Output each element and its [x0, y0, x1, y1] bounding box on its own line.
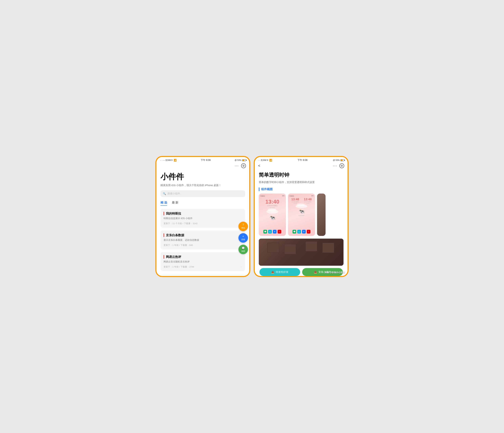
date-right-mock: 10月25日 星期日 — [302, 201, 314, 203]
status-left-right: ····· 无SIM卡 📶 — [258, 159, 272, 162]
record-btn-left[interactable] — [241, 163, 246, 168]
mock-wechat-2: 💬 — [293, 230, 296, 234]
box-shape-1 — [267, 243, 279, 253]
screenshot-3 — [317, 194, 325, 236]
battery-icon-right — [341, 159, 344, 161]
mock-status-2: 中国移动64% — [289, 195, 314, 197]
widget-card-1[interactable]: 京东白条数据 显示京东白条额度、还款信息数据 更新于：1 年前 / 下载量：64… — [161, 230, 245, 249]
watermark: 头条 @职场办公技能 — [324, 271, 345, 274]
wifi-icon-right: 📶 — [269, 159, 272, 161]
section-accent — [259, 187, 260, 191]
tab-featured[interactable]: 精 选 — [161, 201, 167, 206]
mock-wood-bg — [317, 194, 325, 236]
mock-screen-1: 中国移动69% 13:40 10月25日 星期日 Scriptable 🐄 — [259, 194, 286, 236]
cow-emoji-2: 🐄 — [299, 209, 305, 214]
float-btn-help-label: 帮助 — [241, 227, 245, 229]
back-arrow[interactable]: < — [258, 164, 260, 168]
mock-screen-2: 中国移动64% 13:48 10月25日 星期日 Scriptable 13:4… — [288, 194, 315, 236]
screenshot-2: 中国移动64% 13:48 10月25日 星期日 Scriptable 13:4… — [288, 194, 315, 236]
float-btns-group: ? 帮助 + 投稿 💬 加群 — [238, 222, 248, 254]
chat-icon: 💬 — [242, 246, 245, 250]
left-content: 小件件 精美实用 iOS 小组件，强大个性化你的 iPhone 桌面！ 🔍 搜索… — [156, 170, 249, 274]
record-inner-right — [341, 165, 343, 167]
battery-pct-right: @ 53% — [333, 159, 340, 161]
nav-bar-right: < ··· — [255, 163, 348, 170]
outer-wrapper: ····· ·····无SIM卡 📶 下午 6:06 @ 53% ··· 小件件… — [150, 151, 354, 282]
mock-time-1: 13:40 — [265, 199, 279, 204]
card-title-2: 网易云热评 — [166, 255, 181, 259]
share-icon: 📤 — [271, 271, 274, 274]
app-subtitle: 精美实用 iOS 小组件，强大个性化你的 iPhone 桌面！ — [161, 184, 245, 187]
tabs-row: 精 选 最 新 — [161, 201, 245, 206]
detail-title: 简单透明时钟 — [259, 172, 343, 178]
status-right-right: @ 53% — [333, 159, 344, 161]
record-inner-left — [243, 165, 244, 167]
float-btn-submit[interactable]: + 投稿 — [238, 233, 248, 243]
mock-apps-row-2: 💬 Q ✈ T — [293, 230, 310, 234]
section-title-screenshots: 组件截图 — [261, 187, 273, 191]
card-meta-text-2: 更新于：1 年前 / 下载量：2744 — [163, 265, 194, 268]
scriptable-brand-2: Scriptable — [298, 215, 305, 216]
mock-app2-1: Q — [268, 230, 272, 234]
card-accent-1 — [163, 233, 164, 237]
time-left-mock: 13:48 — [289, 198, 301, 201]
battery-icon-left — [242, 159, 246, 161]
card-accent-0 — [163, 212, 164, 215]
search-placeholder: 搜索小组件.. — [167, 192, 181, 195]
signal-dots-right: ····· — [258, 159, 260, 161]
share-btn-label: 转发给好友 — [276, 270, 288, 274]
mock-apps-row-1: 💬 Q ✈ T — [263, 230, 281, 234]
time-right-mock: 13:48 — [302, 198, 314, 201]
time-right: 下午 6:06 — [297, 159, 307, 162]
widget-card-0[interactable]: 我的特斯拉 特斯拉信息展示 iOS 小组件 更新于：11 个月前 / 下载量：3… — [161, 209, 245, 228]
card-meta-text-1: 更新于：1 年前 / 下载量：640 — [163, 244, 193, 247]
section-header-screenshots: 组件截图 — [259, 187, 343, 191]
video-thumb — [259, 239, 343, 266]
more-dots-right[interactable]: ··· — [333, 164, 337, 168]
status-bar-right: ····· 无SIM卡 📶 下午 6:06 @ 53% — [255, 157, 348, 163]
box-shape-4 — [322, 243, 334, 253]
card-meta-2: 更新于：1 年前 / 下载量：2744 → — [163, 265, 242, 268]
more-dots-left[interactable]: ··· — [235, 164, 239, 168]
status-bar-left: ····· ·····无SIM卡 📶 下午 6:06 @ 53% — [156, 157, 249, 163]
mock-status-1: 中国移动69% — [260, 195, 285, 197]
mock-wechat-1: 💬 — [263, 230, 267, 234]
status-right-left: @ 53% — [234, 159, 246, 161]
float-btn-submit-label: 投稿 — [241, 238, 245, 241]
mock-tesla-2: T — [307, 230, 310, 234]
plus-icon: + — [242, 235, 244, 238]
screenshots-row: 中国移动69% 13:40 10月25日 星期日 Scriptable 🐄 — [259, 194, 343, 236]
app-title: 小件件 — [161, 172, 245, 182]
share-btn[interactable]: 📤 转发给好友 — [260, 268, 300, 276]
left-phone-frame: ····· ·····无SIM卡 📶 下午 6:06 @ 53% ··· 小件件… — [155, 156, 250, 277]
card-arrow-2: → — [239, 265, 242, 268]
mock-app2-2: Q — [297, 230, 301, 234]
card-title-1: 京东白条数据 — [166, 233, 184, 237]
mock-tesla-1: T — [278, 230, 281, 234]
date-left-mock: 10月25日 星期日 — [289, 201, 301, 203]
mock-app3-2: ✈ — [302, 230, 306, 234]
brand-right-mock: Scriptable — [302, 203, 314, 204]
tab-latest[interactable]: 最 新 — [172, 201, 179, 206]
card-desc-0: 特斯拉信息展示 iOS 小组件 — [163, 217, 242, 220]
cow-emoji-1: 🐄 — [270, 215, 275, 221]
float-btn-group-label: 加群 — [241, 250, 245, 253]
right-content: 简单透明时钟 简单的数字时钟小组件，支持背景透明和样式设置 组件截图 中国移动6… — [255, 170, 348, 276]
video-bg — [259, 239, 343, 266]
widget-card-2[interactable]: 网易云热评 网易云音乐随机音乐热评 更新于：1 年前 / 下载量：2744 → — [161, 252, 245, 271]
install-icon: 📥 — [314, 271, 317, 274]
float-btn-help[interactable]: ? 帮助 — [238, 222, 248, 231]
signal-dots: ····· — [160, 159, 162, 161]
search-bar[interactable]: 🔍 搜索小组件.. — [161, 190, 245, 197]
search-icon: 🔍 — [163, 192, 166, 195]
clock-left: 13:48 10月25日 星期日 Scriptable — [289, 198, 301, 204]
float-btn-group[interactable]: 💬 加群 — [238, 245, 248, 254]
record-btn-right[interactable] — [339, 163, 344, 168]
card-desc-1: 显示京东白条额度、还款信息数据 — [163, 239, 242, 242]
help-icon: ? — [243, 223, 244, 226]
battery-pct-left: @ 53% — [234, 159, 241, 161]
card-meta-1: 更新于：1 年前 / 下载量：640 — [163, 244, 242, 247]
card-title-0: 我的特斯拉 — [166, 212, 181, 216]
mock-date-1: 10月25日 星期日 — [267, 205, 278, 207]
screenshot-1: 中国移动69% 13:40 10月25日 星期日 Scriptable 🐄 — [259, 194, 286, 236]
